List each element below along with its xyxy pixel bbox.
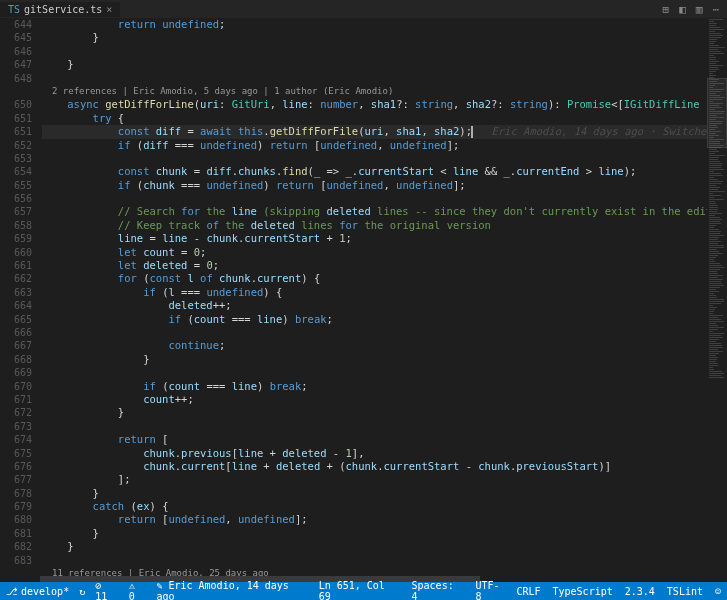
minimap[interactable] [707,18,727,578]
more-icon[interactable]: ⋯ [712,3,719,16]
code-line[interactable]: if (count === line) break; [42,380,727,393]
code-line[interactable]: ]; [42,473,727,486]
status-bar: develop* ↻ ⊘ 11 ⚠ 0 ✎ Eric Amodio, 14 da… [0,582,727,600]
code-line[interactable]: if (chunk === undefined) return [undefin… [42,179,727,192]
version-indicator[interactable]: 2.3.4 [625,580,655,600]
code-line[interactable]: } [42,58,727,71]
code-line[interactable]: count++; [42,393,727,406]
code-line[interactable]: chunk.current[line + deleted + (chunk.cu… [42,460,727,473]
warnings-indicator[interactable]: ⚠ 0 [129,580,147,600]
code-line[interactable]: } [42,540,727,553]
feedback-icon[interactable]: ☺ [715,580,721,600]
code-line[interactable]: return [undefined, undefined]; [42,513,727,526]
code-line[interactable]: for (const l of chunk.current) { [42,272,727,285]
code-line[interactable]: async getDiffForLine(uri: GitUri, line: … [42,98,727,111]
code-line[interactable]: continue; [42,339,727,352]
tab-gitservice[interactable]: TS gitService.ts × [0,2,120,17]
code-line[interactable]: } [42,31,727,44]
encoding-indicator[interactable]: UTF-8 [476,580,505,600]
spaces-indicator[interactable]: Spaces: 4 [412,580,464,600]
code-line[interactable]: } [42,406,727,419]
errors-indicator[interactable]: ⊘ 11 [95,580,119,600]
cursor-position[interactable]: Ln 651, Col 69 [319,580,400,600]
tab-actions: ⊞ ◧ ▥ ⋯ [663,3,728,16]
code-line[interactable] [42,192,727,205]
code-line[interactable]: if (l === undefined) { [42,286,727,299]
code-line[interactable]: line = line - chunk.currentStart + 1; [42,232,727,245]
code-line[interactable]: if (diff === undefined) return [undefine… [42,139,727,152]
code-line[interactable]: return [ [42,433,727,446]
code-line[interactable]: const chunk = diff.chunks.find(_ => _.cu… [42,165,727,178]
diff-icon[interactable]: ◧ [679,3,686,16]
typescript-icon: TS [8,4,20,15]
branch-indicator[interactable]: develop* [6,586,69,597]
tab-label: gitService.ts [24,4,102,15]
code-line[interactable]: deleted++; [42,299,727,312]
code-line[interactable] [42,420,727,433]
code-line[interactable]: try { [42,112,727,125]
minimap-slider[interactable] [707,78,727,148]
tab-bar: TS gitService.ts × ⊞ ◧ ▥ ⋯ [0,0,727,18]
code-line[interactable] [42,326,727,339]
close-icon[interactable]: × [106,4,112,15]
code-line[interactable]: const diff = await this.getDiffForFile(u… [42,125,727,138]
code-line[interactable]: chunk.previous[line + deleted - 1], [42,447,727,460]
code-line[interactable]: } [42,353,727,366]
code-line[interactable]: } [42,487,727,500]
code-line[interactable] [42,45,727,58]
code-line[interactable]: return undefined; [42,18,727,31]
codelens[interactable]: 2 references | Eric Amodio, 5 days ago |… [42,85,727,98]
sync-button[interactable]: ↻ [79,586,85,597]
editor[interactable]: 6446456466476486506516516526536546556566… [0,18,727,578]
code-line[interactable]: catch (ex) { [42,500,727,513]
code-line[interactable]: if (count === line) break; [42,313,727,326]
code-line[interactable]: let count = 0; [42,246,727,259]
code-line[interactable] [42,366,727,379]
gutter: 6446456466476486506516516526536546556566… [0,18,40,578]
code-line[interactable] [42,72,727,85]
language-indicator[interactable]: TypeScript [553,580,613,600]
code-line[interactable] [42,554,727,567]
code-line[interactable] [42,152,727,165]
code-line[interactable]: // Search for the line (skipping deleted… [42,205,727,218]
eol-indicator[interactable]: CRLF [516,580,540,600]
code-line[interactable]: // Keep track of the deleted lines for t… [42,219,727,232]
code-area[interactable]: return undefined; } }2 references | Eric… [42,18,727,578]
blame-status[interactable]: ✎ Eric Amodio, 14 days ago [156,580,306,600]
layout-icon[interactable]: ▥ [696,3,703,16]
split-icon[interactable]: ⊞ [663,3,670,16]
code-line[interactable]: let deleted = 0; [42,259,727,272]
code-line[interactable]: } [42,527,727,540]
tslint-indicator[interactable]: TSLint [667,580,703,600]
